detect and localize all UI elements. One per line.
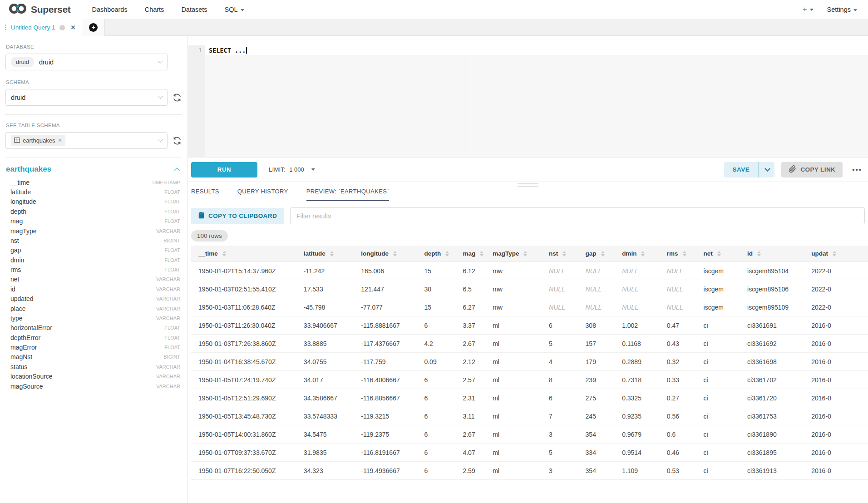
copy-to-clipboard-button[interactable]: COPY TO CLIPBOARD	[191, 208, 284, 224]
schema-select[interactable]: druid	[5, 89, 168, 106]
sort-icon[interactable]	[445, 251, 449, 256]
column-header-mag[interactable]: mag	[455, 246, 485, 262]
editor-code-area[interactable]: SELECT ...	[205, 45, 868, 157]
table-cell: 1950-01-03T11:06:28.640Z	[191, 298, 296, 316]
table-cell: 34.0755	[296, 353, 354, 371]
schema-column-row[interactable]: magErrorFLOAT	[5, 342, 182, 352]
run-button[interactable]: RUN	[191, 162, 257, 178]
column-header-net[interactable]: net	[696, 246, 740, 262]
nav-item-sql[interactable]: SQL	[225, 6, 244, 13]
results-tab-results[interactable]: RESULTS	[191, 188, 219, 201]
table-cell: 6	[417, 389, 455, 407]
column-header-gap[interactable]: gap	[578, 246, 615, 262]
schema-column-row[interactable]: locationSourceVARCHAR	[5, 372, 182, 381]
schema-column-row[interactable]: latitudeFLOAT	[5, 187, 182, 197]
table-name-heading[interactable]: earthquakes	[6, 165, 51, 174]
table-cell: 1950-01-07T09:37:33.670Z	[191, 444, 296, 462]
column-type: BIGINT	[163, 354, 180, 360]
table-cell: 30	[417, 280, 455, 298]
settings-menu[interactable]: Settings	[827, 6, 857, 13]
table-cell: NULL	[660, 262, 696, 280]
schema-column-row[interactable]: dminFLOAT	[5, 255, 182, 265]
schema-column-row[interactable]: horizontalErrorFLOAT	[5, 323, 182, 333]
nav-item-charts[interactable]: Charts	[145, 6, 164, 13]
sort-icon[interactable]	[641, 251, 645, 256]
schema-column-row[interactable]: magFLOAT	[5, 217, 182, 226]
new-item-button[interactable]: +	[803, 5, 814, 14]
results-table-container[interactable]: __timelatitudelongitudedepthmagmagTypens…	[191, 246, 868, 503]
table-cell: iscgem	[696, 298, 740, 316]
chevron-down-icon	[158, 94, 163, 99]
save-dropdown-button[interactable]	[759, 168, 774, 172]
schema-column-row[interactable]: gapFLOAT	[5, 246, 182, 255]
database-select[interactable]: druid druid	[5, 54, 168, 70]
more-menu-button[interactable]: •••	[849, 166, 865, 173]
table-select[interactable]: earthquakes ✕	[5, 132, 168, 149]
resize-grip-icon[interactable]	[518, 183, 538, 188]
schema-column-row[interactable]: magTypeVARCHAR	[5, 226, 182, 236]
refresh-schemas-icon[interactable]	[173, 93, 182, 102]
query-tab-active[interactable]: Untitled Query 1 ✕	[0, 19, 82, 36]
sql-editor[interactable]: 1 SELECT ...	[188, 45, 868, 158]
limit-dropdown[interactable]: LIMIT: 1 000	[269, 166, 315, 173]
sort-icon[interactable]	[523, 251, 527, 256]
column-header-updat[interactable]: updat	[804, 246, 868, 262]
schema-column-row[interactable]: longitudeFLOAT	[5, 197, 182, 207]
sort-icon[interactable]	[833, 251, 836, 256]
table-cell: -119.4936667	[354, 462, 417, 480]
column-header-longitude[interactable]: longitude	[354, 246, 417, 262]
schema-column-row[interactable]: statusVARCHAR	[5, 362, 182, 371]
nav-item-dashboards[interactable]: Dashboards	[92, 6, 127, 13]
results-tab-preview-earthquakes[interactable]: PREVIEW: `EARTHQUAKES`	[306, 188, 389, 201]
filter-results-input[interactable]	[290, 207, 865, 224]
column-header-label: updat	[811, 250, 828, 257]
column-header-dmin[interactable]: dmin	[615, 246, 660, 262]
collapse-chevron-icon[interactable]	[174, 168, 180, 173]
schema-column-row[interactable]: idVARCHAR	[5, 284, 182, 294]
save-button[interactable]: SAVE	[724, 166, 759, 173]
schema-column-row[interactable]: rmsFLOAT	[5, 265, 182, 274]
sort-icon[interactable]	[562, 251, 566, 256]
schema-column-row[interactable]: nstBIGINT	[5, 236, 182, 245]
schema-column-row[interactable]: magSourceVARCHAR	[5, 381, 182, 391]
remove-table-icon[interactable]: ✕	[58, 138, 62, 143]
column-header-latitude[interactable]: latitude	[296, 246, 354, 262]
results-tab-query-history[interactable]: QUERY HISTORY	[237, 188, 288, 201]
drag-handle-icon[interactable]	[5, 24, 7, 31]
table-cell: ml	[485, 389, 542, 407]
schema-column-row[interactable]: netVARCHAR	[5, 275, 182, 284]
schema-column-row[interactable]: __timeTIMESTAMP	[5, 178, 182, 187]
column-header-nst[interactable]: nst	[542, 246, 578, 262]
sort-icon[interactable]	[601, 251, 605, 256]
column-header-magtype[interactable]: magType	[485, 246, 542, 262]
pane-resize-divider[interactable]	[188, 182, 868, 182]
nav-item-datasets[interactable]: Datasets	[181, 6, 207, 13]
copy-link-button[interactable]: COPY LINK	[781, 162, 843, 178]
sort-icon[interactable]	[757, 251, 761, 256]
sort-icon[interactable]	[330, 251, 334, 256]
schema-column-row[interactable]: depthErrorFLOAT	[5, 333, 182, 342]
table-cell: 0.33	[660, 371, 696, 389]
schema-column-row[interactable]: depthFLOAT	[5, 207, 182, 216]
sort-icon[interactable]	[393, 251, 397, 256]
column-header-depth[interactable]: depth	[417, 246, 455, 262]
schema-column-row[interactable]: typeVARCHAR	[5, 313, 182, 323]
add-query-tab[interactable]: +	[82, 19, 105, 36]
schema-column-row[interactable]: magNstBIGINT	[5, 352, 182, 362]
schema-column-row[interactable]: updatedVARCHAR	[5, 294, 182, 304]
sort-icon[interactable]	[222, 251, 226, 256]
column-header-id[interactable]: id	[740, 246, 804, 262]
column-header-time[interactable]: __time	[191, 246, 296, 262]
sort-icon[interactable]	[717, 251, 721, 256]
schema-column-row[interactable]: placeVARCHAR	[5, 304, 182, 313]
close-icon[interactable]: ✕	[71, 24, 76, 31]
column-name: gap	[10, 247, 21, 254]
table-cell: ml	[485, 425, 542, 444]
table-cell: NULL	[615, 280, 660, 298]
column-header-rms[interactable]: rms	[660, 246, 696, 262]
superset-brand[interactable]: Superset	[8, 2, 70, 17]
sort-icon[interactable]	[683, 251, 686, 256]
refresh-tables-icon[interactable]	[173, 136, 182, 145]
sort-icon[interactable]	[480, 251, 483, 256]
save-button-group: SAVE	[724, 162, 775, 178]
